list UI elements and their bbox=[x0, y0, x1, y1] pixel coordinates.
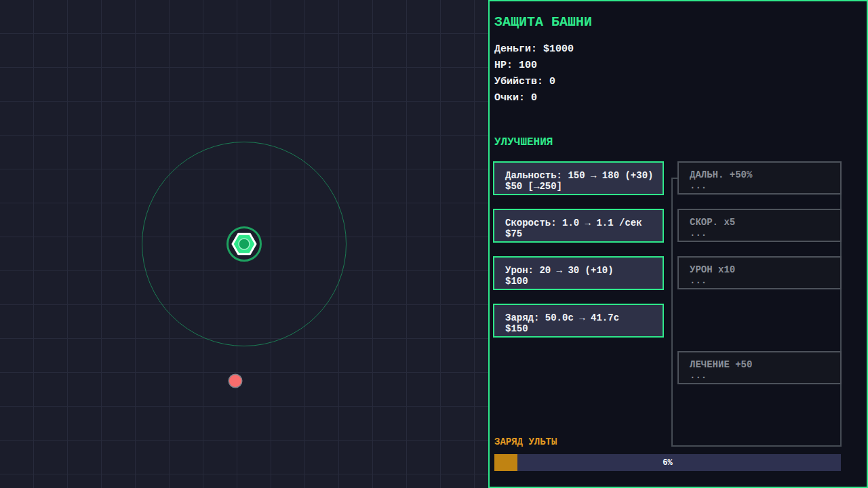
mega-damage-cost: ... bbox=[690, 275, 840, 286]
upgrade-range-button[interactable]: Дальность: 150 → 180 (+30) $50 [→250] bbox=[493, 161, 664, 195]
ultimate-progress-bar: 6% bbox=[494, 454, 841, 471]
game-window: ЗАЩИТА БАШНИ Деньги: $1000 HP: 100 Убийс… bbox=[0, 0, 868, 488]
upgrade-charge-label: Заряд: 50.0с → 41.7с bbox=[505, 312, 663, 323]
upgrades-header: УЛУЧШЕНИЯ bbox=[494, 136, 553, 148]
upgrade-speed-label: Скорость: 1.0 → 1.1 /сек bbox=[505, 218, 663, 228]
upgrade-damage-label: Урон: 20 → 30 (+10) bbox=[505, 265, 663, 276]
game-title: ЗАЩИТА БАШНИ bbox=[494, 14, 592, 30]
mega-heal-cost: ... bbox=[690, 370, 840, 381]
game-field[interactable] bbox=[0, 0, 489, 488]
upgrade-damage-button[interactable]: Урон: 20 → 30 (+10) $100 bbox=[493, 256, 664, 290]
mega-damage-label: УРОН x10 bbox=[690, 264, 840, 275]
mega-range-cost: ... bbox=[690, 180, 840, 191]
mega-damage-button[interactable]: УРОН x10 ... bbox=[677, 256, 842, 289]
enemy-unit bbox=[229, 375, 241, 387]
stat-hp: HP: 100 bbox=[494, 60, 537, 71]
stat-money: Деньги: $1000 bbox=[494, 43, 574, 55]
upgrade-speed-cost: $75 bbox=[505, 228, 663, 239]
stat-kills: Убийств: 0 bbox=[494, 76, 555, 87]
mega-range-label: ДАЛЬН. +50% bbox=[690, 169, 840, 180]
mega-heal-button[interactable]: ЛЕЧЕНИЕ +50 ... bbox=[677, 351, 842, 384]
mega-range-button[interactable]: ДАЛЬН. +50% ... bbox=[677, 161, 842, 195]
upgrade-range-label: Дальность: 150 → 180 (+30) bbox=[505, 170, 663, 181]
mega-speed-cost: ... bbox=[690, 228, 840, 239]
ultimate-percent-text: 6% bbox=[494, 454, 841, 471]
mega-speed-button[interactable]: СКОР. x5 ... bbox=[677, 209, 842, 242]
upgrade-range-cost: $50 [→250] bbox=[505, 181, 663, 192]
upgrade-charge-button[interactable]: Заряд: 50.0с → 41.7с $150 bbox=[493, 304, 664, 338]
upgrade-speed-button[interactable]: Скорость: 1.0 → 1.1 /сек $75 bbox=[493, 209, 664, 243]
upgrade-charge-cost: $150 bbox=[505, 323, 663, 334]
tower-icon[interactable] bbox=[229, 230, 259, 258]
mega-heal-label: ЛЕЧЕНИЕ +50 bbox=[690, 359, 840, 370]
upgrade-damage-cost: $100 bbox=[505, 276, 663, 287]
mega-speed-label: СКОР. x5 bbox=[690, 217, 840, 228]
stat-score: Очки: 0 bbox=[494, 92, 537, 104]
hud-panel: ЗАЩИТА БАШНИ Деньги: $1000 HP: 100 Убийс… bbox=[488, 0, 868, 488]
ultimate-charge-label: ЗАРЯД УЛЬТЫ bbox=[494, 436, 557, 447]
